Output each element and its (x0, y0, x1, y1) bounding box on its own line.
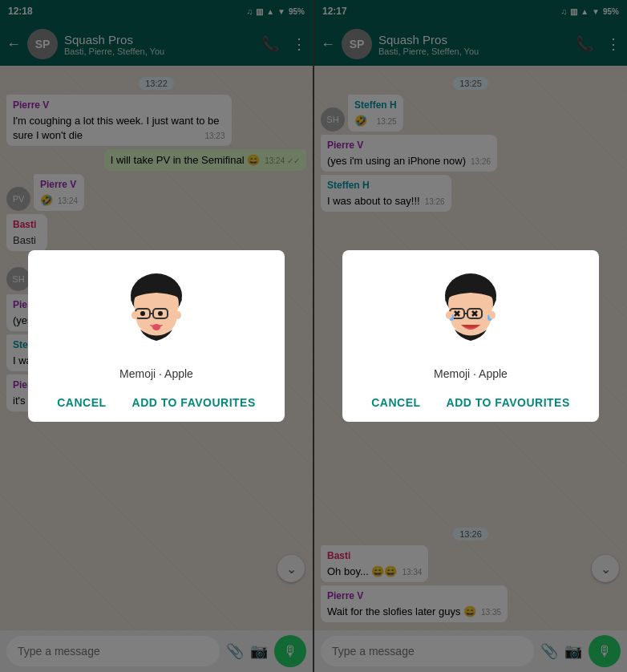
svg-point-8 (152, 324, 160, 330)
left-dialog-box: Memoji · Apple CANCEL ADD TO FAVOURITES (28, 250, 285, 422)
right-dialog-label: Memoji · Apple (434, 367, 508, 380)
right-memoji-svg (431, 273, 511, 354)
left-cancel-button[interactable]: CANCEL (57, 393, 106, 412)
left-dialog-actions: CANCEL ADD TO FAVOURITES (57, 393, 256, 412)
svg-point-23 (446, 311, 452, 319)
svg-point-6 (140, 311, 145, 316)
left-dialog-label: Memoji · Apple (119, 367, 193, 380)
left-sticker-preview (112, 269, 200, 358)
right-cancel-button[interactable]: CANCEL (371, 393, 420, 412)
svg-point-7 (158, 311, 163, 316)
right-add-favourites-button[interactable]: ADD TO FAVOURITES (447, 393, 570, 412)
left-dialog-overlay: Memoji · Apple CANCEL ADD TO FAVOURITES (0, 0, 313, 672)
svg-point-10 (175, 311, 181, 319)
left-memoji-svg (116, 273, 196, 354)
left-phone-panel: 12:18 ♫ ▥ ▲ ▼ 95% ← SP Squash Pros Basti… (0, 0, 313, 672)
right-dialog-box: Memoji · Apple CANCEL ADD TO FAVOURITES (342, 250, 599, 422)
right-sticker-preview (427, 269, 515, 358)
svg-point-24 (489, 311, 496, 319)
right-phone-panel: 12:17 ♫ ▥ ▲ ▼ 95% ← SP Squash Pros Basti… (314, 0, 627, 672)
right-dialog-actions: CANCEL ADD TO FAVOURITES (371, 393, 570, 412)
right-dialog-overlay: Memoji · Apple CANCEL ADD TO FAVOURITES (314, 0, 627, 672)
left-add-favourites-button[interactable]: ADD TO FAVOURITES (132, 393, 256, 412)
svg-point-9 (131, 311, 138, 319)
